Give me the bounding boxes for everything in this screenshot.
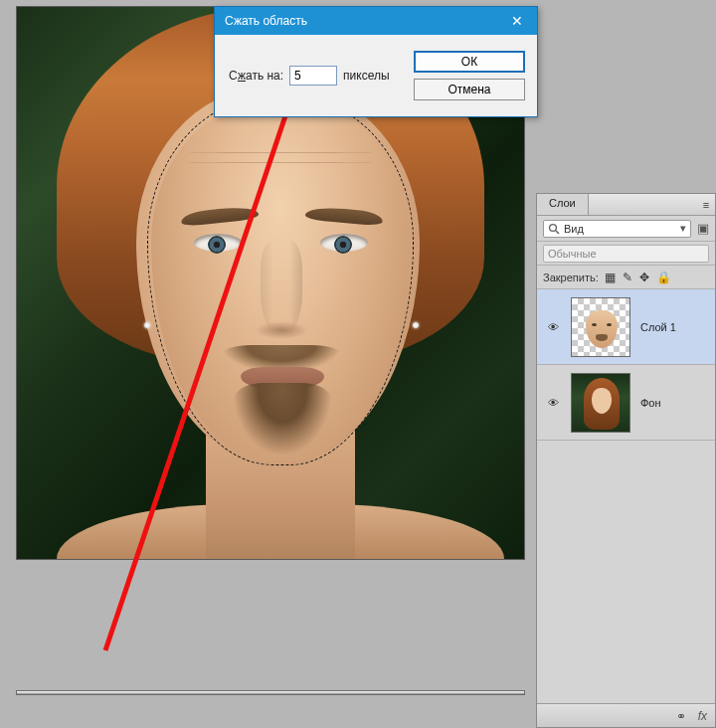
dialog-titlebar[interactable]: Сжать область ✕ (215, 7, 537, 35)
svg-line-2 (556, 231, 559, 234)
close-button[interactable]: ✕ (503, 11, 531, 31)
layer-filter-type[interactable]: Вид ▾ (543, 220, 691, 238)
lock-position-icon[interactable]: ✥ (639, 272, 649, 283)
svg-point-1 (550, 224, 557, 231)
panel-tabs: Слои ≡ (537, 194, 715, 216)
earring-right (413, 322, 419, 328)
panel-menu-button[interactable]: ≡ (697, 194, 715, 215)
close-icon: ✕ (511, 13, 523, 29)
eye-right (320, 234, 368, 252)
layer-thumbnail[interactable] (571, 297, 630, 357)
eye-left (194, 234, 242, 252)
eye-icon: 👁 (548, 397, 559, 409)
layers-panel-footer: ⚭ fx (537, 703, 715, 727)
filter-pixel-icon[interactable]: ▣ (697, 221, 709, 236)
contract-amount-input[interactable] (289, 66, 337, 86)
units-label: пикселы (343, 69, 390, 83)
contract-selection-dialog: Сжать область ✕ Сжать на: пикселы ОК Отм… (214, 6, 538, 117)
lock-brush-icon[interactable]: ✎ (623, 272, 632, 283)
visibility-toggle[interactable]: 👁 (545, 397, 561, 409)
tab-layers[interactable]: Слои (537, 194, 589, 215)
link-layers-icon[interactable]: ⚭ (676, 709, 686, 723)
layer-name[interactable]: Фон (640, 397, 707, 409)
layer-row[interactable]: 👁 Слой 1 (537, 289, 715, 365)
eye-icon: 👁 (548, 321, 559, 333)
layer-row[interactable]: 👁 Фон (537, 365, 715, 441)
layer-name[interactable]: Слой 1 (640, 321, 707, 333)
fx-button[interactable]: fx (698, 709, 707, 723)
menu-icon: ≡ (703, 199, 709, 211)
lock-transparency-icon[interactable]: ▦ (605, 272, 616, 283)
ok-button[interactable]: ОК (414, 51, 525, 73)
lock-all-icon[interactable]: 🔒 (656, 272, 671, 283)
layer-thumbnail[interactable] (571, 373, 630, 433)
forehead-lines (186, 146, 375, 176)
contract-label: Сжать на: (229, 69, 283, 83)
chevron-down-icon: ▾ (680, 222, 686, 235)
filter-type-label: Вид (564, 223, 676, 235)
scrollbar-bottom[interactable] (16, 690, 525, 695)
cancel-button[interactable]: Отмена (414, 79, 525, 100)
nose (261, 241, 302, 335)
search-icon (548, 223, 560, 235)
visibility-toggle[interactable]: 👁 (545, 321, 561, 333)
layers-list: 👁 Слой 1 👁 Фон (537, 289, 715, 703)
dialog-title: Сжать область (225, 14, 307, 28)
lock-label: Закрепить: (543, 272, 599, 283)
earring-left (144, 322, 150, 328)
layers-panel: Слои ≡ Вид ▾ ▣ Закрепить: ▦ ✎ ✥ 🔒 👁 Слой (536, 193, 716, 728)
blend-mode-select[interactable] (543, 245, 709, 263)
